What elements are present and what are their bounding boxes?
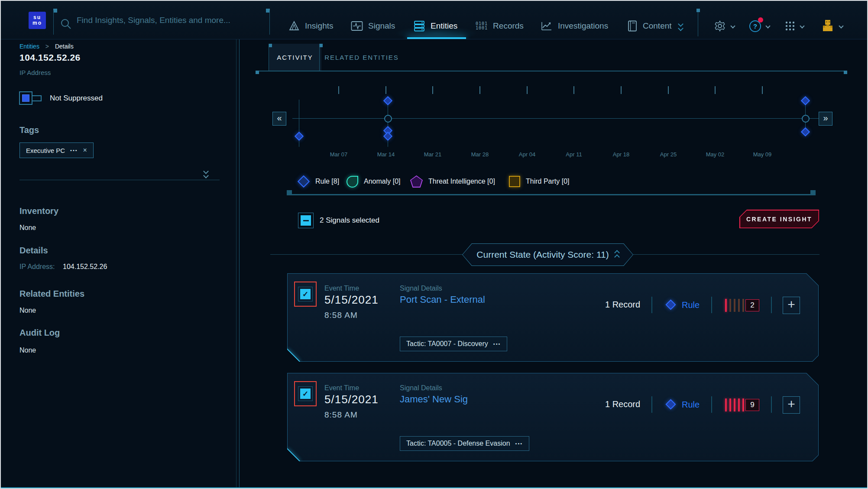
card-divider xyxy=(711,297,712,313)
tag-remove-icon[interactable]: × xyxy=(83,146,87,154)
add-to-insight-button[interactable]: + xyxy=(783,396,800,414)
inventory-value: None xyxy=(19,224,36,232)
timeline-node[interactable] xyxy=(384,115,392,123)
sumo-logic-logo[interactable]: su mo xyxy=(29,12,46,29)
tag-more-icon[interactable]: ••• xyxy=(70,148,78,153)
card-divider xyxy=(651,297,652,313)
timeline-tick xyxy=(715,86,716,94)
timeline-tick xyxy=(432,86,433,94)
nav-item-investigations[interactable]: Investigations xyxy=(541,17,608,35)
tactic-label: Tactic: TA0007 - Discovery xyxy=(406,340,488,348)
current-state-header[interactable]: Current State (Activity Score: 11) xyxy=(462,243,633,266)
breadcrumb-current: Details xyxy=(55,43,74,50)
signal-type-label: Rule xyxy=(682,400,700,410)
global-search[interactable] xyxy=(53,7,272,34)
timeline-tick xyxy=(479,86,480,94)
nav-item-records[interactable]: 0101 1001 Records xyxy=(476,17,524,35)
gear-icon xyxy=(714,20,726,32)
rule-signal-marker[interactable] xyxy=(383,96,392,105)
timeline-date: Mar 21 xyxy=(415,151,450,158)
timeline-date: May 02 xyxy=(698,151,732,158)
add-to-insight-button[interactable]: + xyxy=(783,297,800,314)
tactic-more-icon[interactable]: ••• xyxy=(493,341,501,347)
tactic-chip[interactable]: Tactic: TA0007 - Discovery ••• xyxy=(400,337,507,351)
signal-name-link[interactable]: James' New Sig xyxy=(400,394,468,405)
timeline-date: Apr 18 xyxy=(604,151,638,158)
search-input[interactable] xyxy=(77,14,259,27)
nav-divider-accent xyxy=(696,9,700,12)
nav-label-signals: Signals xyxy=(368,21,395,31)
event-date: 5/15/2021 xyxy=(324,393,379,406)
checkmark-icon: ✓ xyxy=(300,389,311,399)
legend-third-party-label: Third Party [0] xyxy=(526,178,569,185)
severity-bars xyxy=(725,398,744,411)
timeline-tick xyxy=(573,86,574,94)
suppression-toggle-track xyxy=(32,95,42,101)
search-edge-line xyxy=(53,10,54,35)
chevron-down-icon xyxy=(730,23,735,28)
timeline-tick xyxy=(621,86,622,94)
card-divider xyxy=(711,396,712,413)
signal-name-link[interactable]: Port Scan - External xyxy=(400,294,485,305)
third-party-legend-icon xyxy=(509,176,520,187)
timeline-node[interactable] xyxy=(802,115,810,123)
rule-signal-marker[interactable] xyxy=(383,132,392,141)
legend-anomaly-label: Anomaly [0] xyxy=(364,178,400,185)
entity-title: 104.152.52.26 xyxy=(19,52,81,63)
rule-signal-marker[interactable] xyxy=(295,132,304,141)
signal-card[interactable]: ✓ Event Time 5/15/2021 8:58 AM Signal De… xyxy=(287,273,819,362)
tab-corner-accent xyxy=(269,44,272,47)
tab-activity-label: ACTIVITY xyxy=(277,54,313,61)
severity-bars xyxy=(725,299,744,312)
timeline-tick xyxy=(338,86,339,94)
nav-label-insights: Insights xyxy=(305,21,333,31)
tactic-more-icon[interactable]: ••• xyxy=(515,441,523,446)
audit-log-header: Audit Log xyxy=(19,328,60,338)
signal-checkbox[interactable]: ✓ xyxy=(294,282,317,307)
entity-sidebar: Entities > Details 104.152.52.26 IP Addr… xyxy=(1,39,240,487)
bottom-accent-line xyxy=(1,487,867,488)
nav-item-content[interactable]: Content xyxy=(627,17,683,35)
timeline-date: Apr 11 xyxy=(557,151,591,158)
nav-label-investigations: Investigations xyxy=(558,21,608,31)
investigations-icon xyxy=(541,20,553,32)
current-state-label: Current State (Activity Score: 11) xyxy=(476,249,609,260)
nav-item-signals[interactable]: Signals xyxy=(351,17,395,35)
tactic-chip[interactable]: Tactic: TA0005 - Defense Evasion ••• xyxy=(400,436,529,451)
anomaly-legend-icon xyxy=(347,176,358,188)
timeline-tick xyxy=(762,86,763,94)
create-insight-button[interactable]: CREATE INSIGHT xyxy=(739,210,819,228)
select-all-checkbox[interactable] xyxy=(298,213,314,228)
timeline-tick xyxy=(668,86,669,94)
tag-chip[interactable]: Executive PC ••• × xyxy=(19,142,94,158)
details-ip-row: IP Address: 104.152.52.26 xyxy=(19,263,107,271)
signal-checkbox[interactable]: ✓ xyxy=(294,381,317,406)
bracket-end-accent xyxy=(810,190,816,195)
record-count: 1 Record xyxy=(605,300,640,310)
threat-intelligence-legend-icon xyxy=(410,175,423,188)
user-menu[interactable] xyxy=(821,17,843,35)
tab-related-entities[interactable]: RELATED ENTITIES xyxy=(319,44,404,71)
timeline-tick xyxy=(385,86,386,94)
suppression-toggle[interactable] xyxy=(19,91,32,105)
timeline-axis xyxy=(292,118,819,119)
apps-menu[interactable] xyxy=(785,17,804,35)
collapse-double-chevron-icon[interactable] xyxy=(204,169,208,178)
top-navbar: su mo Insights xyxy=(1,1,867,39)
rule-signal-marker[interactable] xyxy=(801,96,810,105)
timeline-date: Apr 04 xyxy=(510,151,544,158)
nav-item-insights[interactable]: Insights xyxy=(288,17,333,35)
inventory-header: Inventory xyxy=(19,206,58,216)
collapse-up-double-chevron-icon[interactable] xyxy=(615,251,619,259)
breadcrumb-entities-link[interactable]: Entities xyxy=(19,43,39,50)
tab-activity[interactable]: ACTIVITY xyxy=(269,44,321,71)
rule-signal-marker[interactable] xyxy=(801,127,810,136)
timeline-scroll-right-button[interactable]: » xyxy=(819,112,832,126)
selection-count-label: 2 Signals selected xyxy=(320,216,379,225)
suppression-label: Not Suppressed xyxy=(50,94,103,103)
signal-card[interactable]: ✓ Event Time 5/15/2021 8:58 AM Signal De… xyxy=(287,373,819,461)
nav-label-records: Records xyxy=(493,21,524,31)
settings-menu[interactable] xyxy=(714,17,735,35)
timeline-scroll-left-button[interactable]: « xyxy=(272,112,286,126)
breadcrumb: Entities > Details xyxy=(19,43,74,50)
